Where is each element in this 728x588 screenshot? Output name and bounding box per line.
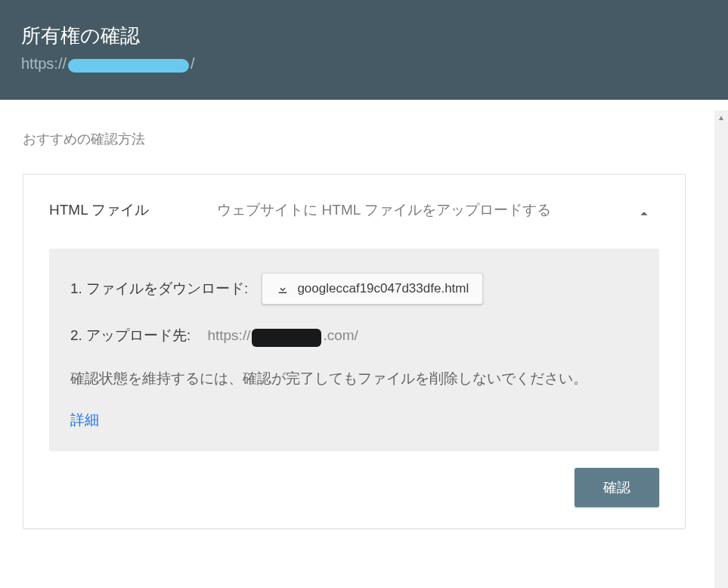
chevron-up-icon (636, 206, 652, 222)
method-description: ウェブサイトに HTML ファイルをアップロードする (217, 199, 561, 221)
redacted-domain (68, 59, 189, 73)
scroll-up-icon[interactable]: ▲ (714, 110, 728, 124)
download-icon (276, 282, 290, 296)
page-header: 所有権の確認 https:// / (0, 0, 728, 100)
collapse-button[interactable] (629, 199, 659, 229)
redacted-upload-domain (252, 329, 321, 347)
step-2-label: 2. アップロード先: (70, 326, 191, 345)
card-body: 1. ファイルをダウンロード: googleccaf19c047d33dfe.h… (49, 249, 659, 451)
step-2: 2. アップロード先: https:// .com/ (70, 326, 638, 345)
url-suffix: / (191, 55, 195, 73)
verification-method-card: HTML ファイル ウェブサイトに HTML ファイルをアップロードする 1. … (23, 174, 686, 529)
scrollbar[interactable]: ▲ (714, 110, 728, 588)
download-file-button[interactable]: googleccaf19c047d33dfe.html (262, 273, 483, 305)
card-footer: 確認 (49, 468, 659, 507)
method-name: HTML ファイル (49, 199, 149, 220)
content-area: おすすめの確認方法 HTML ファイル ウェブサイトに HTML ファイルをアッ… (0, 100, 728, 577)
url-prefix: https:// (21, 55, 67, 73)
verify-button[interactable]: 確認 (575, 468, 659, 507)
upload-url-suffix: .com/ (323, 327, 358, 344)
property-url: https:// / (21, 55, 707, 73)
step-1: 1. ファイルをダウンロード: googleccaf19c047d33dfe.h… (70, 273, 638, 305)
upload-url-prefix: https:// (207, 327, 250, 344)
recommended-method-label: おすすめの確認方法 (23, 130, 705, 148)
download-filename: googleccaf19c047d33dfe.html (297, 281, 469, 296)
page-title: 所有権の確認 (21, 23, 707, 49)
card-header: HTML ファイル ウェブサイトに HTML ファイルをアップロードする (49, 199, 659, 229)
step-1-label: 1. ファイルをダウンロード: (70, 279, 248, 299)
details-link[interactable]: 詳細 (70, 410, 99, 430)
retention-note: 確認状態を維持するには、確認が完了してもファイルを削除しないでください。 (70, 367, 638, 391)
